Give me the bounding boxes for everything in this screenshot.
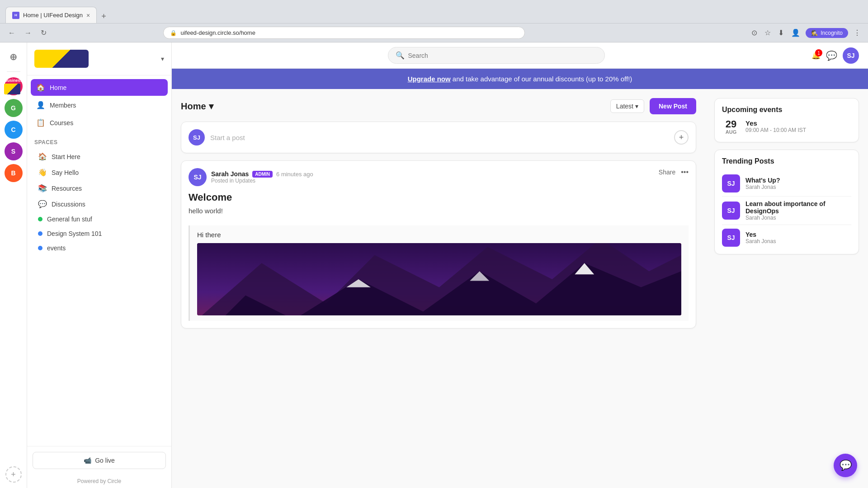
space-general[interactable]: General fun stuf [34,212,164,226]
promo-message: and take advantage of our annual discoun… [453,75,632,83]
general-dot [38,217,42,221]
right-panel: Upcoming events 29 AUG Yes 09:00 AM - 10… [705,89,868,488]
space-start-here[interactable]: 🏠 Start Here [34,149,164,164]
upgrade-link[interactable]: Upgrade now [408,75,451,83]
rail-s[interactable]: S [5,142,23,160]
rail-business[interactable]: Business [5,77,23,95]
trending-author-3: Sarah Jonas [745,238,776,244]
search-input[interactable] [408,52,597,59]
powered-by: Powered by Circle [27,474,171,488]
post-author-name: Sarah Jonas ADMIN 6 minutes ago [211,170,313,178]
trending-info-3: Yes Sarah Jonas [745,231,776,244]
forward-btn[interactable]: → [22,27,34,39]
spaces-label: Spaces [34,139,164,145]
tab-title: Home | UIFeed Design [23,12,83,19]
share-btn[interactable]: Share [659,169,675,176]
address-bar[interactable]: 🔒 uifeed-design.circle.so/home [163,27,525,39]
rail-g[interactable]: G [5,99,23,117]
extensions-btn[interactable]: ⊙ [750,27,759,39]
rail-globe-icon[interactable]: ⊕ [5,48,23,66]
home-icon: 🏠 [36,83,45,92]
trending-post-title-2: Learn about importance of DesignOps [745,200,851,215]
trending-item-3[interactable]: SJ Yes Sarah Jonas [722,225,851,247]
post-author-avatar: SJ [189,168,207,186]
nav-members[interactable]: 👤 Members [31,97,168,113]
trending-item-1[interactable]: SJ What's Up? Sarah Jonas [722,171,851,197]
post-composer: SJ Start a post + [181,122,696,153]
active-tab[interactable]: H Home | UIFeed Design × [5,7,97,23]
rail-b[interactable]: B [5,164,23,182]
sidebar-spacer [27,258,171,446]
space-discussions-label: Discussions [52,201,85,208]
post-bottom-padding [181,321,696,328]
space-design-system[interactable]: Design System 101 [34,227,164,240]
chevron-down-icon[interactable]: ▾ [161,55,164,62]
rail-add-btn[interactable]: + [5,466,22,483]
post-meta: Sarah Jonas ADMIN 6 minutes ago Posted i… [211,170,313,184]
chat-icon[interactable]: 💬 [826,50,837,61]
back-btn[interactable]: ← [5,27,18,39]
post-body: Welcome hello world! [181,186,696,225]
space-discussions[interactable]: 💬 Discussions [34,197,164,211]
bookmark-btn[interactable]: ☆ [763,27,773,39]
address-bar-row: ← → ↻ 🔒 uifeed-design.circle.so/home ⊙ ☆… [0,23,868,42]
nav-home[interactable]: 🏠 Home [31,79,168,96]
trending-info-2: Learn about importance of DesignOps Sara… [745,200,851,221]
composer-input[interactable]: Start a post [210,134,669,141]
chat-fab-btn[interactable]: 💬 [834,454,857,477]
space-start-here-label: Start Here [52,153,80,160]
sidebar-footer: 📹 Go live [27,446,171,474]
profile-btn[interactable]: 👤 [789,27,802,39]
post-author: SJ Sarah Jonas ADMIN 6 minutes ago Poste… [189,168,313,186]
feed-title-text: Home [181,101,206,112]
new-tab-btn[interactable]: + [98,10,110,23]
courses-icon: 📋 [36,118,45,127]
content-area: Home ▾ Latest ▾ New Post SJ Start a post [172,89,868,488]
trending-avatar-2: SJ [722,202,740,220]
promo-banner: Upgrade now and take advantage of our an… [172,69,868,89]
rail-c[interactable]: C [5,121,23,139]
events-card: Upcoming events 29 AUG Yes 09:00 AM - 10… [714,98,859,142]
event-month: AUG [722,129,740,135]
sort-latest-btn[interactable]: Latest ▾ [610,99,644,113]
browser-tabs: H Home | UIFeed Design × + [5,0,110,23]
space-say-hello[interactable]: 👋 Say Hello [34,165,164,180]
composer-add-btn[interactable]: + [674,130,689,145]
download-btn[interactable]: ⬇ [776,27,786,39]
more-options-btn[interactable]: ••• [681,168,689,176]
main-content: 🔍 🔔 1 💬 SJ Upgrade now and take advantag… [172,42,868,488]
feed-title[interactable]: Home ▾ [181,101,213,112]
post-text: hello world! [189,207,689,215]
trending-avatar-3: SJ [722,229,740,247]
resources-icon: 📚 [38,184,47,192]
top-bar-actions: 🔔 1 💬 SJ [811,47,859,64]
trending-author-2: Sarah Jonas [745,215,851,221]
space-resources[interactable]: 📚 Resources [34,181,164,196]
feed-title-chevron: ▾ [209,101,213,112]
tab-close-btn[interactable]: × [86,12,90,19]
author-name-text: Sarah Jonas [211,170,249,178]
incognito-icon: 🕵 [811,30,818,36]
post-actions: Share ••• [659,168,689,176]
event-time: 09:00 AM - 10:00 AM IST [745,127,806,133]
menu-btn[interactable]: ⋮ [852,27,863,39]
new-post-button[interactable]: New Post [650,98,696,114]
nav-courses[interactable]: 📋 Courses [31,114,168,131]
sidebar-logo [34,50,89,68]
design-system-dot [38,231,42,236]
refresh-btn[interactable]: ↻ [38,27,49,39]
feed-actions: Latest ▾ New Post [610,98,696,114]
quote-image [197,243,681,315]
user-avatar[interactable]: SJ [843,47,859,64]
incognito-btn[interactable]: 🕵 Incognito [806,28,848,38]
trending-item-2[interactable]: SJ Learn about importance of DesignOps S… [722,197,851,225]
event-details: Yes 09:00 AM - 10:00 AM IST [745,119,806,133]
space-events[interactable]: events [34,241,164,255]
notification-btn[interactable]: 🔔 1 [811,51,821,60]
incognito-label: Incognito [821,30,843,36]
trending-card: Trending Posts SJ What's Up? Sarah Jonas… [714,150,859,254]
go-live-button[interactable]: 📹 Go live [33,452,166,469]
event-date: 29 AUG [722,119,740,135]
composer-avatar: SJ [189,129,205,145]
search-bar[interactable]: 🔍 [388,47,605,64]
